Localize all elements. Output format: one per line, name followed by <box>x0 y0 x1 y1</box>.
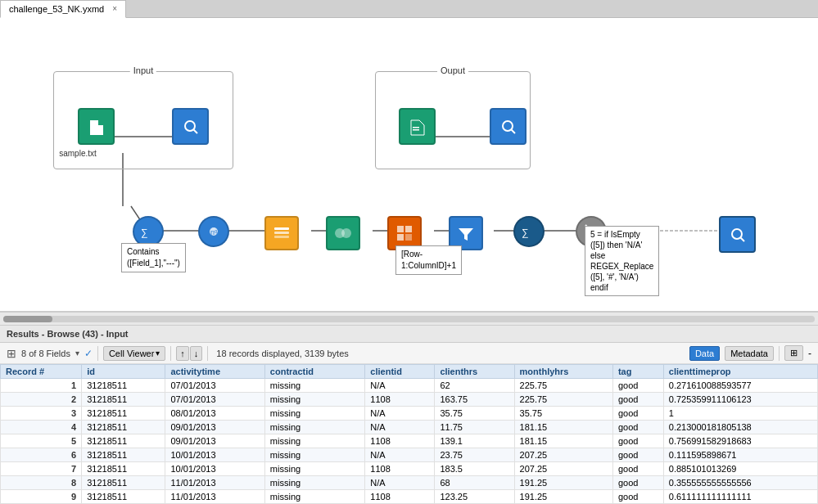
output-browse-node[interactable] <box>490 108 527 145</box>
col-header-activitytime[interactable]: activitytime <box>165 365 264 379</box>
table-cell: 10/01/2013 <box>165 448 264 462</box>
table-cell: 139.1 <box>435 434 514 448</box>
input-browse-node[interactable] <box>172 108 209 145</box>
table-cell: 0.611111111111111 <box>663 490 817 504</box>
sample1-node[interactable]: n% <box>198 216 229 247</box>
table-cell: missing <box>264 448 364 462</box>
col-header-contractid[interactable]: contractid <box>264 365 364 379</box>
table-cell: 68 <box>435 476 514 490</box>
select1-node[interactable] <box>264 216 299 250</box>
table-cell: 11/01/2013 <box>165 476 264 490</box>
main-tab[interactable]: challenge_53_NK.yxmd × <box>0 0 126 18</box>
scroll-track[interactable] <box>3 316 815 322</box>
dropdown-arrow[interactable]: ▾ <box>75 349 79 358</box>
col-header-clienthrs[interactable]: clienthrs <box>435 365 514 379</box>
table-body: 13121851107/01/2013missingN/A62225.75goo… <box>1 379 818 505</box>
results-header: Results - Browse (43) - Input <box>0 326 818 343</box>
col-header-record--[interactable]: Record # <box>1 365 82 379</box>
table-row: 43121851109/01/2013missingN/A11.75181.15… <box>1 421 818 434</box>
table-cell: good <box>612 434 663 448</box>
table-cell: good <box>612 448 663 462</box>
results-toolbar: ⊞ 8 of 8 Fields ▾ ✓ Cell Viewer ▾ ↑ ↓ 18… <box>0 343 818 364</box>
tab-bar: challenge_53_NK.yxmd × <box>0 0 818 18</box>
svg-rect-24 <box>274 232 289 234</box>
export-button[interactable]: ⊞ <box>784 345 803 361</box>
table-header-row: Record #idactivitytimecontractidclientid… <box>1 365 818 379</box>
table-cell: N/A <box>365 448 435 462</box>
table-cell: 11.75 <box>435 421 514 434</box>
table-cell: good <box>612 476 663 490</box>
svg-line-19 <box>511 129 515 133</box>
data-tab-button[interactable]: Data <box>689 346 720 361</box>
svg-rect-31 <box>405 234 412 241</box>
metadata-tab-button[interactable]: Metadata <box>725 346 774 361</box>
table-cell: 191.25 <box>514 476 612 490</box>
cell-viewer-button[interactable]: Cell Viewer ▾ <box>103 346 165 361</box>
canvas-scroll-bar[interactable] <box>0 313 818 326</box>
svg-rect-30 <box>397 234 404 241</box>
table-cell: 09/01/2013 <box>165 421 264 434</box>
svg-rect-25 <box>274 236 289 238</box>
browse-final-node[interactable] <box>719 216 756 253</box>
table-cell: missing <box>264 407 364 421</box>
table-cell: 163.75 <box>435 393 514 407</box>
col-header-clienttimeprop[interactable]: clienttimeprop <box>663 365 817 379</box>
table-cell: 0.271610088593577 <box>663 379 817 393</box>
tooltip-contains: Contains([Field_1],"---") <box>121 243 186 272</box>
table-row: 63121851110/01/2013missingN/A23.75207.25… <box>1 448 818 462</box>
table-cell: 1 <box>663 407 817 421</box>
svg-text:n%: n% <box>210 228 221 236</box>
sort-up-button[interactable]: ↑ <box>176 346 189 361</box>
svg-rect-12 <box>92 127 98 128</box>
svg-line-15 <box>193 129 197 133</box>
table-cell: good <box>612 393 663 407</box>
join1-node[interactable] <box>326 216 360 250</box>
formula2-node[interactable]: ∑ <box>513 216 545 247</box>
sep4 <box>779 346 780 361</box>
table-cell: 31218511 <box>82 379 165 393</box>
col-header-monthlyhrs[interactable]: monthlyhrs <box>514 365 612 379</box>
table-cell: 123.25 <box>435 490 514 504</box>
table-cell: 31218511 <box>82 421 165 434</box>
svg-rect-16 <box>413 127 419 128</box>
table-cell: 11/01/2013 <box>165 490 264 504</box>
table-cell: missing <box>264 393 364 407</box>
table-cell: missing <box>264 379 364 393</box>
scroll-thumb[interactable] <box>3 316 52 322</box>
col-header-id[interactable]: id <box>82 365 165 379</box>
table-cell: 10/01/2013 <box>165 462 264 476</box>
table-cell: 08/01/2013 <box>165 407 264 421</box>
table-cell: 1108 <box>365 490 435 504</box>
records-info: 18 records displayed, 3139 bytes <box>216 349 348 358</box>
data-table-container[interactable]: Record #idactivitytimecontractidclientid… <box>0 364 818 504</box>
input-file-node[interactable] <box>78 108 115 145</box>
row-number-cell: 4 <box>1 421 82 434</box>
table-cell: 31218511 <box>82 462 165 476</box>
svg-text:∑: ∑ <box>141 227 148 238</box>
tab-close-button[interactable]: × <box>112 4 117 13</box>
col-header-clientid[interactable]: clientid <box>365 365 435 379</box>
row-number-cell: 2 <box>1 393 82 407</box>
table-cell: good <box>612 462 663 476</box>
fields-icon: ⊞ <box>7 347 16 360</box>
table-cell: 31218511 <box>82 434 165 448</box>
table-cell: 207.25 <box>514 462 612 476</box>
tooltip-isempty: 5 = if IsEmpty([5]) then 'N/A'elseREGEX_… <box>585 226 659 296</box>
table-cell: good <box>612 407 663 421</box>
output-file-node[interactable] <box>399 108 436 145</box>
col-header-tag[interactable]: tag <box>612 365 663 379</box>
table-cell: missing <box>264 421 364 434</box>
table-cell: 31218511 <box>82 490 165 504</box>
table-cell: 31218511 <box>82 476 165 490</box>
table-cell: good <box>612 421 663 434</box>
table-cell: 181.15 <box>514 434 612 448</box>
table-row: 33121851108/01/2013missingN/A35.7535.75g… <box>1 407 818 421</box>
svg-rect-17 <box>413 129 419 131</box>
svg-rect-23 <box>274 227 289 230</box>
table-cell: 1108 <box>365 434 435 448</box>
canvas-area: Input Ouput sample.txt ∑ n% <box>0 18 818 313</box>
row-number-cell: 8 <box>1 476 82 490</box>
sort-down-button[interactable]: ↓ <box>190 346 203 361</box>
table-row: 83121851111/01/2013missingN/A68191.25goo… <box>1 476 818 490</box>
row-number-cell: 6 <box>1 448 82 462</box>
